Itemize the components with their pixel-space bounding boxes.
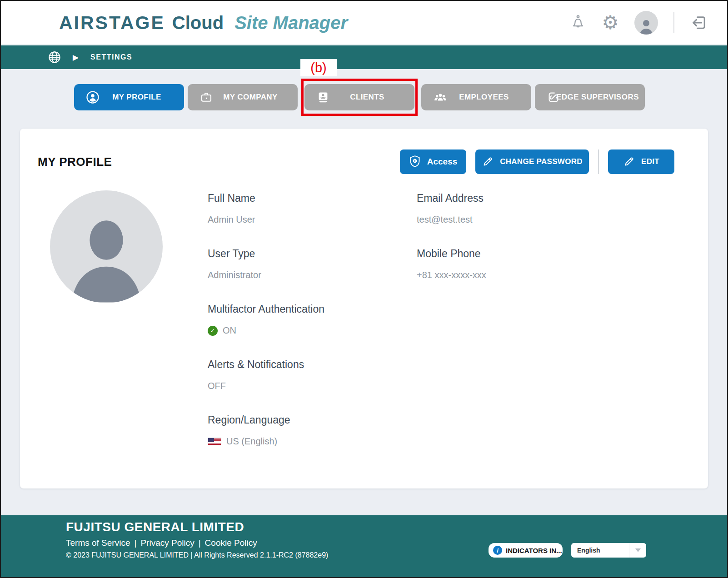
- mfa-status: ON: [223, 325, 236, 336]
- brand-product: Site Manager: [234, 13, 348, 33]
- profile-avatar: [50, 190, 163, 303]
- link-separator: |: [134, 538, 136, 548]
- pencil-icon: [482, 156, 494, 168]
- fields-right-column: Email Address test@test.test Mobile Phon…: [417, 192, 626, 447]
- us-flag-icon: [208, 438, 221, 445]
- app-header: AIRSTAGE Cloud Site Manager ⚙: [1, 1, 727, 45]
- shield-icon: [409, 155, 421, 169]
- settings-tabs: MY PROFILE MY COMPANY (b): [1, 79, 727, 116]
- check-icon: ✓: [208, 326, 218, 336]
- my-profile-card: MY PROFILE Access: [20, 129, 708, 488]
- tab-clients[interactable]: CLIENTS: [304, 84, 414, 110]
- annotation-highlight-box: (b) CLIENTS: [301, 79, 418, 116]
- tab-my-company[interactable]: MY COMPANY: [188, 84, 298, 110]
- fields-left-column: Full Name Admin User User Type Administr…: [208, 192, 417, 447]
- annotation-label: (b): [300, 59, 337, 76]
- tab-employees[interactable]: EMPLOYEES: [421, 84, 531, 110]
- access-button[interactable]: Access: [400, 149, 466, 174]
- app-logo: AIRSTAGE Cloud Site Manager: [59, 12, 348, 34]
- contact-card-icon: [316, 90, 330, 104]
- field-email-address: Email Address test@test.test: [417, 192, 626, 225]
- field-mobile-phone: Mobile Phone +81 xxx-xxxx-xxx: [417, 248, 626, 280]
- link-icon: [547, 90, 560, 104]
- logout-icon[interactable]: [690, 14, 708, 32]
- globe-icon[interactable]: [48, 51, 61, 64]
- change-password-button[interactable]: CHANGE PASSWORD: [475, 149, 589, 174]
- pencil-icon: [623, 156, 635, 168]
- profile-fields: Full Name Admin User User Type Administr…: [208, 190, 626, 447]
- cookie-policy-link[interactable]: Cookie Policy: [205, 538, 257, 548]
- user-avatar[interactable]: [634, 11, 658, 35]
- app-footer: FUJITSU GENERAL LIMITED Terms of Service…: [1, 515, 727, 577]
- breadcrumb-arrow-icon: ▶: [73, 54, 79, 61]
- region-value: US (English): [226, 436, 277, 447]
- terms-of-service-link[interactable]: Terms of Service: [66, 538, 130, 548]
- page-title: MY PROFILE: [38, 155, 400, 169]
- notifications-bell-icon[interactable]: [570, 14, 586, 31]
- card-body: Full Name Admin User User Type Administr…: [20, 174, 708, 447]
- indicators-button[interactable]: i INDICATORS IN...: [489, 543, 563, 558]
- app-window: AIRSTAGE Cloud Site Manager ⚙: [0, 0, 728, 578]
- info-icon: i: [493, 546, 502, 555]
- link-separator: |: [199, 538, 201, 548]
- field-region-language: Region/Language US (English): [208, 414, 417, 447]
- settings-gear-icon[interactable]: ⚙: [602, 13, 619, 32]
- briefcase-icon: [199, 90, 213, 104]
- header-actions: ⚙: [570, 11, 708, 35]
- footer-company: FUJITSU GENERAL LIMITED: [66, 520, 727, 534]
- chevron-down-icon[interactable]: [629, 543, 646, 558]
- header-divider: [673, 12, 674, 33]
- field-alerts-notifications: Alerts & Notifications OFF: [208, 359, 417, 391]
- brand-airstage: AIRSTAGE: [59, 12, 165, 34]
- breadcrumb-bar: ▶ SETTINGS: [1, 45, 727, 69]
- field-multifactor-authentication: Multifactor Authentication ✓ ON: [208, 303, 417, 336]
- edit-button[interactable]: EDIT: [608, 149, 674, 174]
- language-select[interactable]: English: [571, 543, 646, 558]
- breadcrumb: SETTINGS: [90, 53, 132, 61]
- field-full-name: Full Name Admin User: [208, 192, 417, 225]
- settings-content: MY PROFILE MY COMPANY (b): [1, 69, 727, 515]
- tab-edge-supervisors[interactable]: EDGE SUPERVISORS: [535, 84, 645, 110]
- language-selected-value: English: [571, 547, 629, 554]
- person-circle-icon: [86, 90, 100, 104]
- field-user-type: User Type Administrator: [208, 248, 417, 280]
- button-divider: [598, 149, 599, 174]
- tab-my-profile[interactable]: MY PROFILE: [74, 84, 184, 110]
- card-header: MY PROFILE Access: [20, 129, 708, 174]
- privacy-policy-link[interactable]: Privacy Policy: [140, 538, 194, 548]
- people-group-icon: [433, 90, 448, 104]
- brand-cloud: Cloud: [172, 13, 224, 33]
